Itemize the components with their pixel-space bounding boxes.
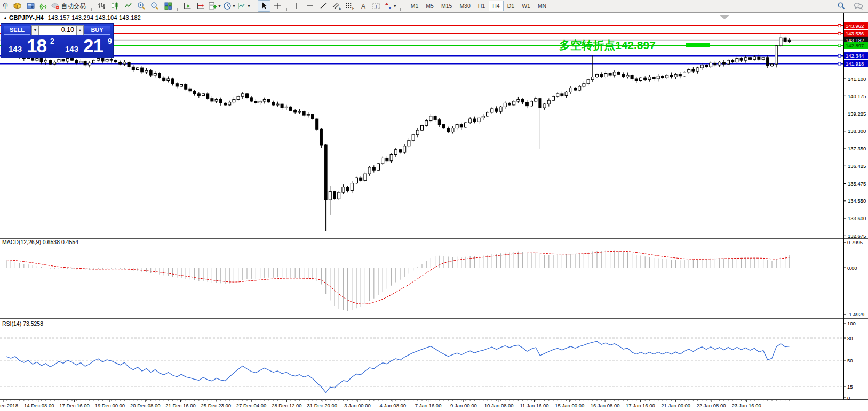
tile-windows-icon [164,2,172,10]
svg-text:19 Dec 00:00: 19 Dec 00:00 [95,402,125,408]
line-chart-mode-button[interactable] [122,0,134,12]
svg-text:137.350: 137.350 [848,146,866,151]
timeframe-d1[interactable]: D1 [504,1,518,11]
bar-chart-icon [97,2,106,10]
menu-stub[interactable]: 单 [2,2,10,11]
svg-text:11 Jan 16:00: 11 Jan 16:00 [520,402,548,408]
candlestick-icon [110,2,119,10]
timeframe-m30[interactable]: M30 [456,1,474,11]
vertical-line-tool-button[interactable] [290,0,303,12]
svg-text:A: A [361,3,365,10]
timeframe-m15[interactable]: M15 [437,1,456,11]
macd-header: MACD(12,26,9) 0.6538 0.4554 [2,239,78,245]
toolbar-right-icons [835,0,865,12]
clock-icon [223,2,232,10]
chart-shift-icon [196,2,205,10]
svg-text:4 Jan 08:00: 4 Jan 08:00 [379,402,406,408]
toolbar-separator [91,2,92,11]
volume-input[interactable]: 0.10 [39,25,76,35]
svg-text:0.00: 0.00 [847,265,857,271]
periods-button[interactable]: ▼ [222,0,236,12]
sell-price-pip-digit: 2 [50,37,54,45]
timeframe-h1[interactable]: H1 [474,1,489,11]
svg-text:15: 15 [847,384,853,390]
timeframe-w1[interactable]: W1 [518,1,534,11]
toolbar-separator [400,2,401,11]
svg-text:21 Dec 16:00: 21 Dec 16:00 [165,402,196,408]
svg-text:27 Dec 04:00: 27 Dec 04:00 [236,402,267,408]
buy-button[interactable]: BUY [84,26,110,35]
signals-button[interactable] [37,0,50,12]
toolbar-separator [286,2,288,11]
main-toolbar: 单 自动交易 [0,0,868,12]
svg-text:141.100: 141.100 [848,76,866,82]
svg-text:140.175: 140.175 [848,93,866,99]
indicators-dropdown-caret[interactable]: ▼ [218,4,221,8]
trendline-tool-button[interactable] [317,0,330,12]
new-order-button[interactable] [11,0,23,12]
periods-dropdown-caret[interactable]: ▼ [232,4,236,8]
svg-text:F: F [352,6,354,10]
svg-text:T: T [375,4,378,9]
templates-button[interactable]: ▼ [237,0,251,12]
zoom-out-button[interactable] [148,0,161,12]
text-tool-button[interactable]: A [357,0,370,12]
rsi-header: RSI(14) 73.5258 [2,320,43,327]
cursor-tool-button[interactable] [258,0,270,12]
new-order-icon [13,2,22,10]
pivot-annotation-text[interactable]: 多空转折点142.897 [559,38,656,53]
svg-text:10 Jan 08:00: 10 Jan 08:00 [484,402,514,408]
svg-text:23 Jan 16:00: 23 Jan 16:00 [732,402,761,408]
chat-icon [854,2,863,10]
equidistant-channel-tool-button[interactable]: E [330,0,343,12]
timeframe-m1[interactable]: M1 [407,1,423,11]
svg-text:20 Dec 08:00: 20 Dec 08:00 [130,402,161,408]
signal-icon [39,2,49,10]
auto-scroll-icon [183,2,192,10]
svg-text:3 Jan 00:00: 3 Jan 00:00 [344,402,371,408]
templates-dropdown-caret[interactable]: ▼ [247,4,251,8]
svg-text:100: 100 [847,320,856,326]
autotrading-button[interactable]: 自动交易 [51,0,89,12]
horizontal-line-tool-button[interactable] [304,0,316,12]
svg-text:E: E [339,6,341,10]
bar-chart-mode-button[interactable] [95,0,108,12]
vertical-line-icon [293,2,300,10]
zoom-in-button[interactable] [135,0,148,12]
timeframe-m5[interactable]: M5 [422,1,437,11]
indicators-icon [208,2,217,10]
chart-shift-button[interactable] [194,0,207,12]
volume-increase-button[interactable]: ▲ [76,25,84,35]
timeframe-h4[interactable]: H4 [489,1,503,11]
indicators-button[interactable]: ▼ [208,0,222,12]
sell-price-display[interactable]: 143 18 2 [4,35,58,57]
volume-decrease-button[interactable]: ▼ [31,25,39,35]
search-button[interactable] [835,0,848,12]
sell-button[interactable]: SELL [4,26,30,35]
svg-text:16 Jan 08:00: 16 Jan 08:00 [591,402,620,408]
svg-text:143.962: 143.962 [846,23,864,29]
svg-text:-1.4929: -1.4929 [847,311,864,317]
metaeditor-icon [26,2,35,10]
metaeditor-button[interactable] [24,0,37,12]
collapse-triangle-icon[interactable]: ▲ [3,15,7,20]
svg-text:133.600: 133.600 [848,215,866,221]
candlestick-mode-button[interactable] [108,0,121,12]
svg-text:80: 80 [847,335,853,341]
auto-scroll-button[interactable] [181,0,194,12]
arrows-dropdown-caret[interactable]: ▼ [393,4,397,8]
buy-price-display[interactable]: 143 21 9 [60,35,113,57]
timeframe-mn[interactable]: MN [534,1,550,11]
svg-text:139.225: 139.225 [848,111,866,117]
crosshair-tool-button[interactable] [271,0,284,12]
text-label-tool-button[interactable]: T [370,0,383,12]
svg-text:21 Jan 00:00: 21 Jan 00:00 [661,402,690,408]
tile-windows-button[interactable] [162,0,174,12]
chat-button[interactable] [852,0,865,12]
text-tool-icon: A [360,2,367,10]
symbol-period-label: GBPJPY-,H4 [9,14,44,21]
fibonacci-tool-button[interactable]: F [344,0,356,12]
svg-text:0: 0 [847,395,850,401]
arrows-tool-button[interactable]: ▼ [384,0,397,12]
chart-canvas[interactable]: 141.100140.175139.225138.300137.350136.4… [0,0,868,411]
